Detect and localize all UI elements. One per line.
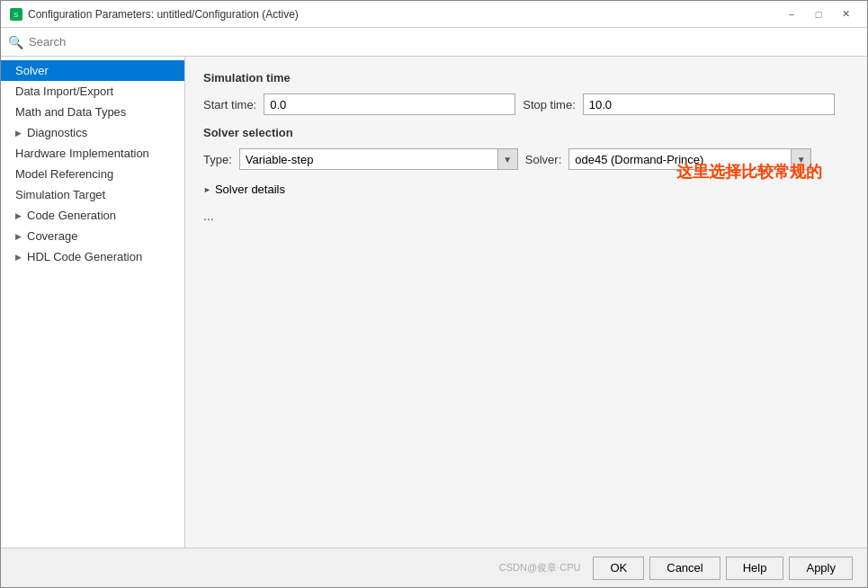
sidebar-item-label: Model Referencing (15, 167, 113, 181)
sidebar-item-solver[interactable]: Solver (1, 60, 184, 81)
main-area: Solver Data Import/Export Math and Data … (1, 57, 867, 548)
search-icon: 🔍 (8, 35, 23, 49)
minimize-button[interactable]: − (779, 5, 804, 23)
sidebar-item-label: Diagnostics (27, 126, 87, 139)
stop-time-label: Stop time: (523, 98, 576, 111)
search-bar: 🔍 (1, 28, 867, 57)
type-label: Type: (203, 153, 232, 166)
watermark-text: CSDN@俊章·CPU (499, 561, 581, 575)
sidebar-item-coverage[interactable]: Coverage (1, 226, 184, 246)
title-bar-left: S Configuration Parameters: untitled/Con… (10, 8, 299, 21)
start-time-label: Start time: (203, 98, 256, 111)
sidebar-item-sim-target[interactable]: Simulation Target (1, 184, 184, 205)
title-bar-controls: − □ ✕ (779, 5, 858, 23)
sidebar-item-label: Coverage (27, 229, 77, 243)
app-icon: S (10, 8, 22, 21)
sidebar-item-label: Simulation Target (15, 188, 105, 201)
stop-time-input[interactable] (583, 94, 835, 115)
sidebar-item-label: Data Import/Export (15, 85, 113, 98)
apply-button[interactable]: Apply (789, 557, 853, 580)
sidebar-item-diagnostics[interactable]: Diagnostics (1, 122, 184, 143)
sidebar-item-code-gen[interactable]: Code Generation (1, 205, 184, 226)
sidebar-item-hardware[interactable]: Hardware Implementation (1, 143, 184, 164)
simulation-time-title: Simulation time (203, 71, 849, 85)
start-time-input[interactable] (264, 94, 515, 115)
sidebar-item-label: Math and Data Types (15, 105, 126, 119)
sidebar-item-label: Solver (15, 64, 49, 77)
solver-details-row[interactable]: ► Solver details (203, 183, 849, 196)
time-row: Start time: Stop time: (203, 94, 849, 115)
sidebar-item-data-import[interactable]: Data Import/Export (1, 81, 184, 102)
solver-label: Solver: (525, 153, 561, 166)
content-relative: Simulation time Start time: Stop time: S… (203, 71, 849, 223)
ellipsis-text: ... (203, 209, 849, 223)
main-window: S Configuration Parameters: untitled/Con… (0, 0, 868, 588)
bottom-bar: CSDN@俊章·CPU OK Cancel Help Apply (1, 548, 867, 587)
search-input[interactable] (29, 35, 860, 49)
cancel-button[interactable]: Cancel (649, 557, 720, 580)
sidebar-item-math[interactable]: Math and Data Types (1, 102, 184, 122)
svg-text:S: S (13, 11, 18, 19)
bottom-buttons: CSDN@俊章·CPU OK Cancel Help Apply (499, 557, 853, 580)
help-button[interactable]: Help (726, 557, 784, 580)
content-area: Simulation time Start time: Stop time: S… (185, 57, 867, 548)
solver-selection-title: Solver selection (203, 126, 849, 139)
solver-details-arrow: ► (203, 185, 211, 194)
ok-button[interactable]: OK (593, 557, 644, 580)
type-select-wrap: ▼ (239, 148, 518, 170)
annotation-text: 这里选择比较常规的 (676, 161, 822, 183)
close-button[interactable]: ✕ (833, 5, 858, 23)
type-select-input[interactable] (240, 149, 497, 169)
sidebar-item-label: HDL Code Generation (27, 250, 142, 263)
sidebar-item-hdl-code-gen[interactable]: HDL Code Generation (1, 246, 184, 267)
sidebar-item-model-ref[interactable]: Model Referencing (1, 164, 184, 184)
sidebar: Solver Data Import/Export Math and Data … (1, 57, 185, 548)
sidebar-item-label: Hardware Implementation (15, 147, 149, 160)
solver-details-label: Solver details (215, 183, 285, 196)
title-bar: S Configuration Parameters: untitled/Con… (1, 1, 867, 28)
window-title: Configuration Parameters: untitled/Confi… (28, 8, 299, 21)
sidebar-item-label: Code Generation (27, 209, 116, 222)
type-dropdown-arrow[interactable]: ▼ (497, 149, 517, 169)
maximize-button[interactable]: □ (806, 5, 831, 23)
